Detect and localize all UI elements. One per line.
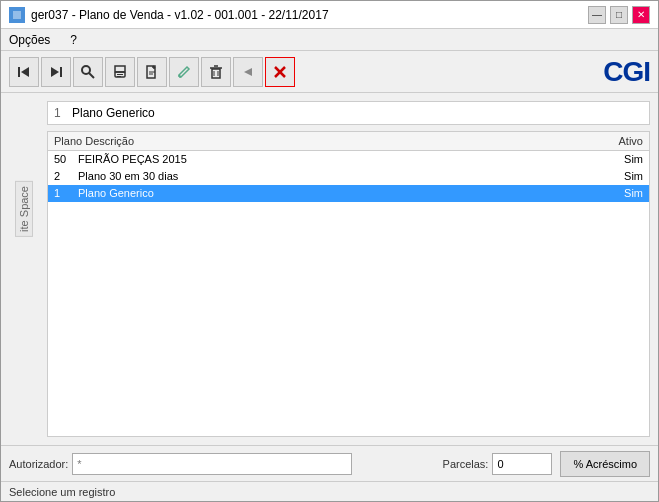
toolbar: CGI [1,51,658,93]
print-button[interactable] [105,57,135,87]
table-body: 50FEIRÃO PEÇAS 2015Sim2Plano 30 em 30 di… [48,151,649,436]
row-descricao: FEIRÃO PEÇAS 2015 [78,153,593,165]
autorizador-input[interactable] [72,453,352,475]
table-row[interactable]: 2Plano 30 em 30 diasSim [48,168,649,185]
app-icon [9,7,25,23]
row-ativo: Sim [593,170,643,182]
svg-rect-4 [60,67,62,77]
title-bar-left: ger037 - Plano de Venda - v1.02 - 001.00… [9,7,329,23]
search-number: 1 [54,106,68,120]
row-ativo: Sim [593,187,643,199]
acrescimo-button[interactable]: % Acréscimo [560,451,650,477]
delete-button[interactable] [201,57,231,87]
autorizador-label: Autorizador: [9,458,68,470]
svg-rect-8 [115,66,125,72]
svg-rect-10 [117,74,123,75]
svg-rect-1 [13,11,21,19]
parcelas-label: Parcelas: [443,458,489,470]
table-row[interactable]: 50FEIRÃO PEÇAS 2015Sim [48,151,649,168]
left-panel: ite Space [9,101,39,437]
row-descricao: Plano 30 em 30 dias [78,170,593,182]
menu-help[interactable]: ? [66,32,81,48]
parcelas-input[interactable] [492,453,552,475]
search-button[interactable] [73,57,103,87]
autorizador-field: Autorizador: [9,453,352,475]
menu-opcoes[interactable]: Opções [5,32,54,48]
bottom-bar: Autorizador: Parcelas: % Acréscimo [1,445,658,481]
toolbar-group-actions [73,57,295,87]
col-header-ativo: Ativo [593,135,643,147]
main-window: ger037 - Plano de Venda - v1.02 - 001.00… [0,0,659,502]
search-input[interactable] [72,106,643,120]
svg-rect-11 [117,76,121,77]
svg-line-7 [89,73,94,78]
svg-rect-2 [18,67,20,77]
row-id: 2 [54,170,78,182]
center-panel: 1 Plano Descrição Ativo 50FEIRÃO PEÇAS 2… [47,101,650,437]
svg-marker-25 [244,68,252,76]
window-title: ger037 - Plano de Venda - v1.02 - 001.00… [31,8,329,22]
svg-marker-3 [21,67,29,77]
data-table: Plano Descrição Ativo 50FEIRÃO PEÇAS 201… [47,131,650,437]
last-button[interactable] [41,57,71,87]
back-button[interactable] [233,57,263,87]
maximize-button[interactable]: □ [610,6,628,24]
svg-marker-5 [51,67,59,77]
row-id: 50 [54,153,78,165]
status-text: Selecione um registro [9,486,115,498]
menu-bar: Opções ? [1,29,658,51]
edit-button[interactable] [169,57,199,87]
row-descricao: Plano Generico [78,187,593,199]
new-button[interactable] [137,57,167,87]
table-header: Plano Descrição Ativo [48,132,649,151]
minimize-button[interactable]: — [588,6,606,24]
side-label: ite Space [15,181,33,237]
title-controls: — □ ✕ [588,6,650,24]
search-row: 1 [47,101,650,125]
row-id: 1 [54,187,78,199]
table-row[interactable]: 1Plano GenericoSim [48,185,649,202]
title-bar: ger037 - Plano de Venda - v1.02 - 001.00… [1,1,658,29]
close-window-button[interactable]: ✕ [632,6,650,24]
toolbar-group-nav [9,57,71,87]
close-button[interactable] [265,57,295,87]
status-bar: Selecione um registro [1,481,658,501]
svg-point-6 [82,66,90,74]
row-ativo: Sim [593,153,643,165]
cgi-logo: CGI [603,56,650,88]
main-content: ite Space 1 Plano Descrição Ativo 50FEIR… [1,93,658,445]
col-header-descricao: Plano Descrição [54,135,593,147]
parcelas-field: Parcelas: [443,453,553,475]
svg-rect-20 [212,69,220,78]
first-button[interactable] [9,57,39,87]
